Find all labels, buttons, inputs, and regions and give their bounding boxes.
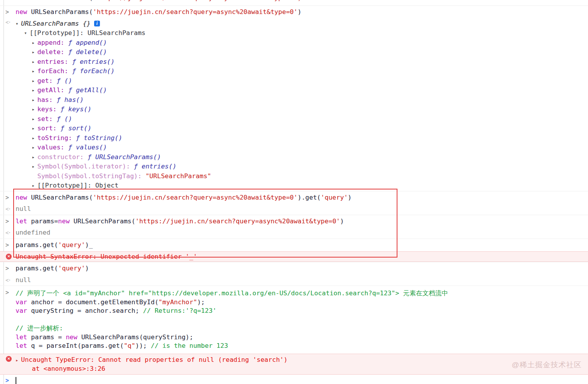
expand-arrow-icon[interactable]: ▸ — [32, 86, 37, 95]
property-name: keys: — [37, 105, 61, 113]
expand-arrow-icon[interactable]: ▸ — [32, 162, 37, 172]
error-message-line: at <anonymous>:3:26 — [32, 365, 588, 373]
tree-item: ▸getAll: ƒ getAll() — [32, 86, 588, 95]
command-params-get-typo: >params.get('query')_ — [0, 238, 588, 252]
expand-arrow-icon[interactable]: ▸ — [32, 143, 37, 153]
command-new-urlsearchparams: >new URLSearchParams('https://juejin.cn/… — [0, 5, 588, 19]
clipped-line-text: new URLSearchParams('https://juejin.cn/s… — [16, 0, 588, 3]
code-token: let — [16, 333, 31, 341]
property-value: ƒ keys() — [61, 105, 91, 113]
property-name: [[Prototype]]: — [30, 29, 88, 37]
expand-arrow-icon[interactable]: ▸ — [32, 181, 37, 191]
expand-arrow-icon[interactable]: ▸ — [32, 105, 37, 114]
code-token: new — [66, 333, 81, 341]
console-input-chevron-icon: > — [5, 264, 9, 274]
code-token: new — [16, 8, 31, 16]
code-token: let — [16, 342, 31, 349]
property-value: ƒ entries() — [72, 58, 114, 65]
object-preview-text: URLSearchParams {} — [21, 20, 91, 27]
clipped-previous-line: new URLSearchParams('https://juejin.cn/s… — [0, 0, 588, 5]
code-token: params.get( — [16, 265, 58, 272]
tree-item: ▸sort: ƒ sort() — [32, 124, 588, 133]
code-token: ) — [298, 8, 301, 16]
result-undefined: <·undefined — [0, 228, 588, 238]
code-token: ) — [340, 217, 344, 225]
command-params-get: >params.get('query') — [0, 262, 588, 275]
code-token: URLSearchParams( — [31, 8, 93, 16]
code-token: // is the number 123 — [151, 342, 228, 349]
collapse-arrow-icon[interactable]: ▾ — [24, 28, 30, 38]
tree-item: ▸values: ƒ values() — [32, 143, 588, 153]
property-value: ƒ sort() — [61, 124, 91, 132]
console-input-chevron-icon: > — [5, 7, 9, 17]
tree-item: ▸[[Prototype]]: Object — [32, 181, 588, 191]
code-line: // 进一步解析: — [16, 324, 588, 333]
property-name: get: — [37, 77, 57, 84]
expand-arrow-icon[interactable]: ▸ — [16, 356, 21, 365]
expand-arrow-icon[interactable]: ▸ — [32, 57, 37, 67]
collapse-arrow-icon[interactable]: ▾ — [16, 19, 21, 29]
console-output-chevron-icon: <· — [5, 275, 10, 285]
watermark: @稀土掘金技术社区 — [512, 360, 582, 370]
property-name: forEach: — [37, 67, 72, 75]
code-token: ).get( — [298, 194, 321, 201]
code-token: q = parseInt(params.get( — [31, 342, 124, 349]
code-token: new — [58, 217, 74, 225]
property-name: getAll: — [37, 86, 68, 94]
expand-arrow-icon[interactable]: ▸ — [32, 76, 37, 86]
code-token: )); — [135, 342, 151, 349]
code-token: params= — [31, 217, 58, 225]
code-line: // 声明了一个 <a id="myAnchor" href="https://… — [16, 289, 588, 298]
property-value: ƒ toString() — [76, 134, 122, 142]
code-line: var anchor = document.getElementById("my… — [16, 298, 588, 307]
property-name: values: — [37, 144, 68, 151]
property-value: ƒ delete() — [68, 48, 107, 56]
code-token: // 声明了一个 <a id="myAnchor" href="https://… — [16, 289, 448, 297]
code-token: let — [16, 217, 31, 225]
code-token: var — [16, 307, 31, 314]
command-get-query-chained: >new URLSearchParams('https://juejin.cn/… — [0, 191, 588, 204]
error-icon: ✕ — [6, 356, 12, 362]
expand-arrow-icon[interactable]: ▸ — [32, 95, 37, 105]
property-value: ƒ () — [57, 77, 72, 84]
error-message-line: ▸Uncaught TypeError: Cannot read propert… — [16, 356, 588, 365]
code-token: ) — [348, 194, 352, 201]
tree-item: Symbol(Symbol.toStringTag): "URLSearchPa… — [32, 172, 588, 181]
text-cursor[interactable] — [16, 377, 16, 384]
code-token: anchor = document.getElementById( — [31, 298, 159, 306]
code-token: 'https://juejin.cn/search?query=async%20… — [93, 8, 298, 16]
expand-arrow-icon[interactable]: ▸ — [32, 114, 37, 124]
property-name: entries: — [37, 58, 72, 65]
code-token: URLSearchParams( — [74, 217, 135, 225]
code-token: 'query' — [58, 241, 85, 249]
expand-arrow-icon[interactable]: ▸ — [32, 153, 37, 162]
expand-arrow-icon[interactable]: ▸ — [32, 67, 37, 76]
console-log: new URLSearchParams('https://juejin.cn/s… — [0, 0, 588, 384]
expand-arrow-icon[interactable]: ▸ — [32, 38, 37, 48]
console-output-chevron-icon: <· — [5, 228, 10, 238]
code-token: URLSearchParams(queryString); — [81, 333, 193, 341]
property-value: ƒ entries() — [134, 163, 176, 170]
expand-arrow-icon[interactable]: ▸ — [32, 47, 37, 57]
tree-item: ▸get: ƒ () — [32, 76, 588, 86]
command-anchor-snippet: >// 声明了一个 <a id="myAnchor" href="https:/… — [0, 286, 588, 354]
info-icon[interactable]: i — [94, 21, 100, 26]
console-input-chevron-icon: > — [5, 217, 9, 226]
expand-arrow-icon[interactable]: ▸ — [32, 124, 37, 133]
object-preview-row: ▾URLSearchParams {}i — [16, 19, 588, 29]
expand-arrow-icon[interactable]: ▸ — [32, 133, 37, 143]
tree-item: ▸toString: ƒ toString() — [32, 133, 588, 143]
tree-item: ▸set: ƒ () — [32, 114, 588, 124]
code-token: // 进一步解析: — [16, 324, 63, 332]
code-line: var queryString = anchor.search; // Retu… — [16, 307, 588, 316]
error-text: at <anonymous>:3:26 — [32, 365, 105, 372]
tree-item: ▸Symbol(Symbol.iterator): ƒ entries() — [32, 162, 588, 172]
error-syntaxerror: ✕Uncaught SyntaxError: Unexpected identi… — [0, 251, 588, 262]
code-line — [16, 316, 588, 324]
error-text: Uncaught SyntaxError: Unexpected identif… — [16, 253, 197, 260]
tree-item: ▸delete: ƒ delete() — [32, 47, 588, 57]
tree-item: ▸constructor: ƒ URLSearchParams() — [32, 153, 588, 162]
code-token: null — [16, 276, 31, 284]
error-typeerror: ✕▸Uncaught TypeError: Cannot read proper… — [0, 354, 588, 375]
property-name: append: — [37, 39, 68, 46]
